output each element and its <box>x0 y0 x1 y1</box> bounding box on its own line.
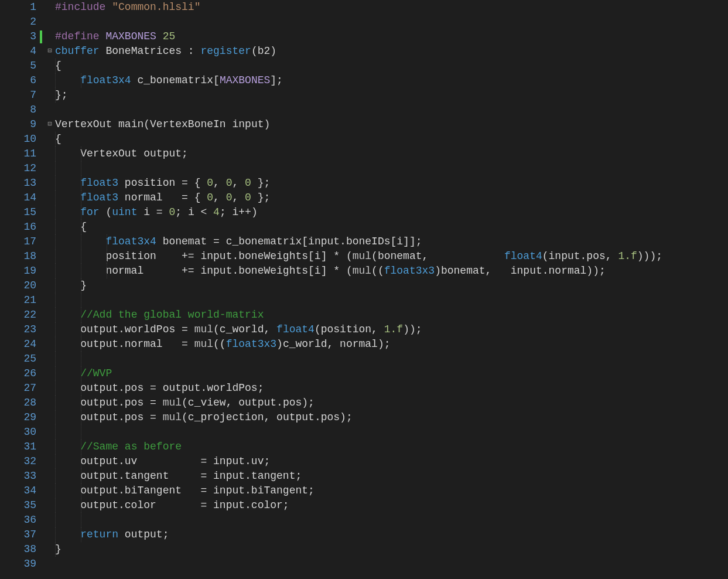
line-number: 12 <box>0 161 36 176</box>
change-marker <box>40 529 45 543</box>
token-ident <box>55 529 80 540</box>
token-ident: output.normal = <box>55 338 194 350</box>
token-ident: } <box>55 543 61 555</box>
code-line[interactable]: output.pos = mul(c_view, output.pos); <box>55 396 728 410</box>
line-number: 30 <box>0 425 36 440</box>
code-line[interactable]: #define MAXBONES 25 <box>55 29 728 44</box>
fold-toggle <box>45 542 55 557</box>
line-number: 17 <box>0 234 36 249</box>
fold-toggle <box>45 205 55 220</box>
code-line[interactable]: output.normal = mul((float3x3)c_world, n… <box>55 337 728 352</box>
line-number: 35 <box>0 498 36 513</box>
token-type: float3 <box>80 192 118 203</box>
code-line[interactable]: output.biTangent = input.biTangent; <box>55 483 728 498</box>
line-number: 14 <box>0 190 36 205</box>
line-number: 6 <box>0 73 36 88</box>
fold-toggle <box>45 278 55 293</box>
code-line[interactable]: output.uv = input.uv; <box>55 454 728 469</box>
token-ident: VertexOut output; <box>55 148 188 159</box>
fold-toggle[interactable]: ⊟ <box>45 117 55 132</box>
fold-toggle <box>45 147 55 161</box>
code-line[interactable]: //WVP <box>55 366 728 381</box>
token-ident: , <box>233 192 245 203</box>
code-line[interactable] <box>55 513 728 527</box>
token-ident: VertexOut <box>55 118 118 130</box>
code-line[interactable]: { <box>55 59 728 73</box>
code-line[interactable]: } <box>55 278 728 293</box>
code-area[interactable]: #include "Common.hlsli"#define MAXBONES … <box>55 0 728 573</box>
line-number: 26 <box>0 366 36 381</box>
code-line[interactable] <box>55 425 728 440</box>
code-line[interactable]: output.pos = mul(c_projection, output.po… <box>55 410 728 425</box>
code-line[interactable]: //Same as before <box>55 440 728 454</box>
code-line[interactable]: float3 normal = { 0, 0, 0 }; <box>55 190 728 205</box>
token-ident: bonemat = c_bonematrix[input.boneIDs[i]]… <box>156 236 422 247</box>
code-line[interactable] <box>55 15 728 29</box>
token-number: 0 <box>245 177 251 189</box>
token-ident: BoneMatrices <box>105 45 182 57</box>
change-marker <box>40 382 45 397</box>
code-line[interactable]: VertexOut main(VertexBoneIn input) <box>55 117 728 132</box>
code-line[interactable]: normal += input.boneWeights[i] * (mul((f… <box>55 264 728 278</box>
token-ident: position = { <box>118 177 207 189</box>
token-ident: )bonemat, input.normal)); <box>435 265 606 277</box>
code-editor[interactable]: 1234567891011121314151617181920212223242… <box>0 0 728 573</box>
code-line[interactable]: { <box>55 132 728 147</box>
code-line[interactable]: //Add the global world-matrix <box>55 308 728 322</box>
indent-guide <box>81 161 81 176</box>
code-line[interactable]: float3x4 bonemat = c_bonematrix[input.bo… <box>55 234 728 249</box>
code-line[interactable]: cbuffer BoneMatrices : register(b2) <box>55 44 728 59</box>
code-line[interactable]: return output; <box>55 527 728 542</box>
fold-toggle <box>45 190 55 205</box>
code-line[interactable]: output.tangent = input.tangent; <box>55 469 728 483</box>
token-type: float3x4 <box>105 236 156 247</box>
token-ident: output.pos = <box>55 397 163 408</box>
line-number: 22 <box>0 308 36 322</box>
code-line[interactable] <box>55 161 728 176</box>
fold-toggle <box>45 352 55 366</box>
code-line[interactable] <box>55 103 728 117</box>
fold-toggle <box>45 513 55 527</box>
token-comment: //Add the global world-matrix <box>80 309 264 321</box>
token-ident: ( <box>251 45 258 57</box>
token-ident: ) <box>270 45 276 57</box>
code-line[interactable]: { <box>55 220 728 234</box>
change-marker <box>40 89 45 104</box>
code-line[interactable]: for (uint i = 0; i < 4; i++) <box>55 205 728 220</box>
token-number: 1.f <box>384 323 403 335</box>
code-line[interactable]: float3 position = { 0, 0, 0 }; <box>55 176 728 190</box>
code-line[interactable]: float3x4 c_bonematrix[MAXBONES]; <box>55 73 728 88</box>
line-number: 39 <box>0 557 36 571</box>
line-number: 7 <box>0 88 36 103</box>
code-line[interactable]: output.worldPos = mul(c_world, float4(po… <box>55 322 728 337</box>
code-line[interactable] <box>55 293 728 308</box>
fold-toggle <box>45 293 55 308</box>
code-line[interactable]: output.pos = output.worldPos; <box>55 381 728 396</box>
token-string: "Common.hlsli" <box>112 1 200 13</box>
code-line[interactable] <box>55 557 728 571</box>
code-line[interactable]: VertexOut output; <box>55 147 728 161</box>
token-number: 0 <box>245 192 251 203</box>
line-number: 11 <box>0 147 36 161</box>
token-cast: float3x3 <box>226 338 276 350</box>
code-line[interactable] <box>55 352 728 366</box>
token-ident: (input.pos, <box>542 250 618 262</box>
line-number: 15 <box>0 205 36 220</box>
line-number: 18 <box>0 249 36 264</box>
fold-gutter[interactable]: ⊟⊟ <box>45 0 55 573</box>
code-line[interactable]: position += input.boneWeights[i] * (mul(… <box>55 249 728 264</box>
token-type: float3x4 <box>80 74 131 86</box>
code-line[interactable]: }; <box>55 88 728 103</box>
fold-toggle[interactable]: ⊟ <box>45 44 55 59</box>
line-number: 16 <box>0 220 36 234</box>
indent-guide <box>55 161 56 176</box>
token-ident: { <box>55 221 87 233</box>
code-line[interactable]: output.color = input.color; <box>55 498 728 513</box>
fold-toggle <box>45 0 55 15</box>
token-ident: (c_projection, output.pos); <box>182 411 353 423</box>
code-line[interactable]: #include "Common.hlsli" <box>55 0 728 15</box>
line-number: 8 <box>0 103 36 117</box>
code-line[interactable]: } <box>55 542 728 557</box>
token-func: mul <box>353 265 371 277</box>
fold-toggle <box>45 88 55 103</box>
